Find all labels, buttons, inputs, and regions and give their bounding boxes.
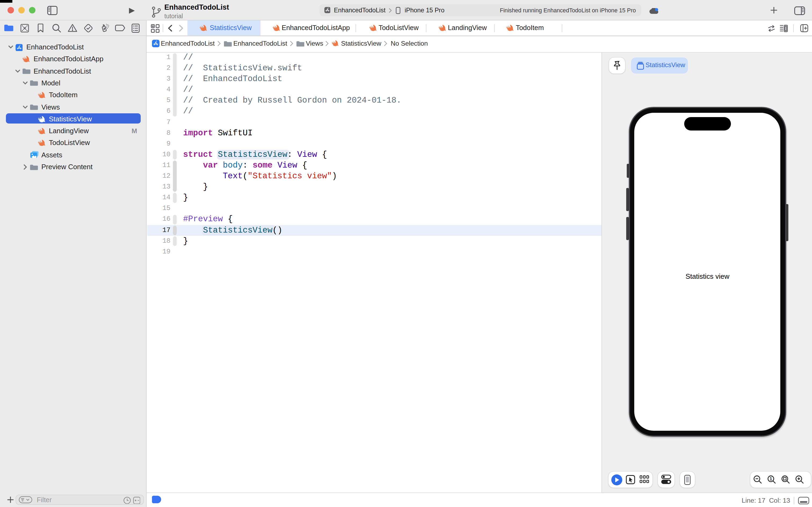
svg-text:1: 1 — [769, 476, 772, 482]
